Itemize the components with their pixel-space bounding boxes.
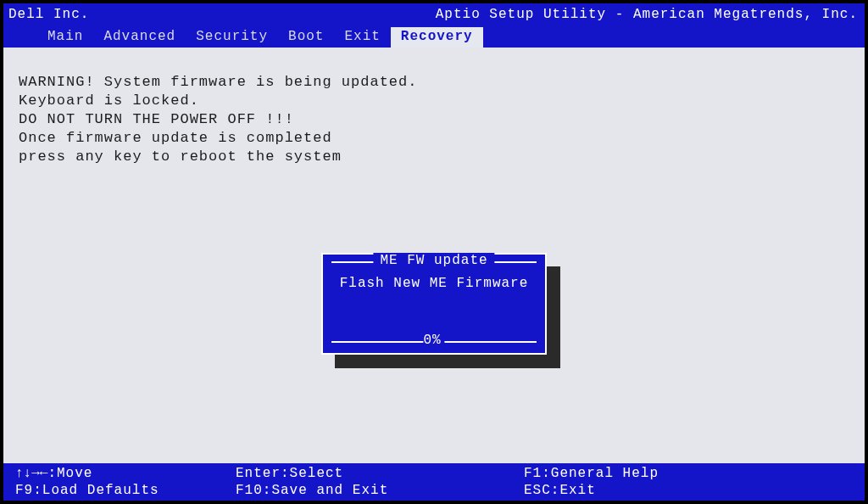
progress-text: 0% [423,333,444,348]
hint-f10: F10:Save and Exit [236,483,524,498]
tab-recovery[interactable]: Recovery [391,27,483,48]
footer-col-3: F1:General Help ESC:Exit [524,465,853,499]
warning-line: Keyboard is locked. [19,92,849,110]
tab-security[interactable]: Security [186,27,278,48]
vendor-label: Dell Inc. [8,7,89,22]
warning-line: Once firmware update is completed [19,129,849,148]
warning-block: WARNING! System firmware is being update… [19,73,849,166]
tab-main[interactable]: Main [37,27,93,48]
content-panel: WARNING! System firmware is being update… [3,48,865,463]
update-dialog: ME FW update Flash New ME Firmware 0% [321,253,547,355]
footer-bar: ↑↓→←:Move F9:Load Defaults Enter:Select … [3,463,865,501]
tab-exit[interactable]: Exit [334,27,390,48]
dialog-message: Flash New ME Firmware [323,276,545,291]
warning-line: WARNING! System firmware is being update… [19,73,849,92]
dialog-box: ME FW update Flash New ME Firmware 0% [321,253,547,355]
bios-screen: Dell Inc. Aptio Setup Utility - American… [3,3,865,501]
header-bar: Dell Inc. Aptio Setup Utility - American… [3,3,865,48]
warning-line: DO NOT TURN THE POWER OFF !!! [19,110,849,129]
tab-advanced[interactable]: Advanced [93,27,186,48]
dialog-title: ME FW update [373,253,494,268]
warning-line: press any key to reboot the system [19,148,849,166]
menu-tabs: Main Advanced Security Boot Exit Recover… [37,25,483,48]
hint-move: ↑↓→←:Move [15,466,236,481]
hint-move-text: :Move [47,466,92,481]
hint-esc: ESC:Exit [524,483,853,498]
footer-col-2: Enter:Select F10:Save and Exit [236,465,524,499]
arrows-icon: ↑↓→← [15,466,47,481]
tab-boot[interactable]: Boot [278,27,334,48]
dialog-title-row: ME FW update [323,261,545,262]
footer-col-1: ↑↓→←:Move F9:Load Defaults [15,465,236,499]
hint-f9: F9:Load Defaults [15,483,236,498]
hint-f1: F1:General Help [524,466,853,481]
utility-title: Aptio Setup Utility - American Megatrend… [436,7,858,22]
hint-enter: Enter:Select [236,466,524,481]
